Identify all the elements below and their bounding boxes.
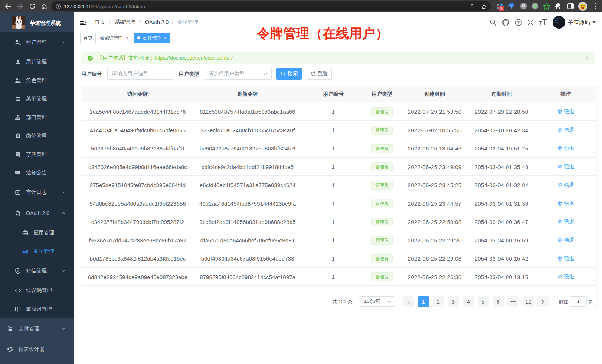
svg-text:?: ? — [517, 20, 520, 24]
svg-text:(a): (a) — [23, 250, 27, 254]
svg-text:⌘: ⌘ — [521, 4, 526, 8]
